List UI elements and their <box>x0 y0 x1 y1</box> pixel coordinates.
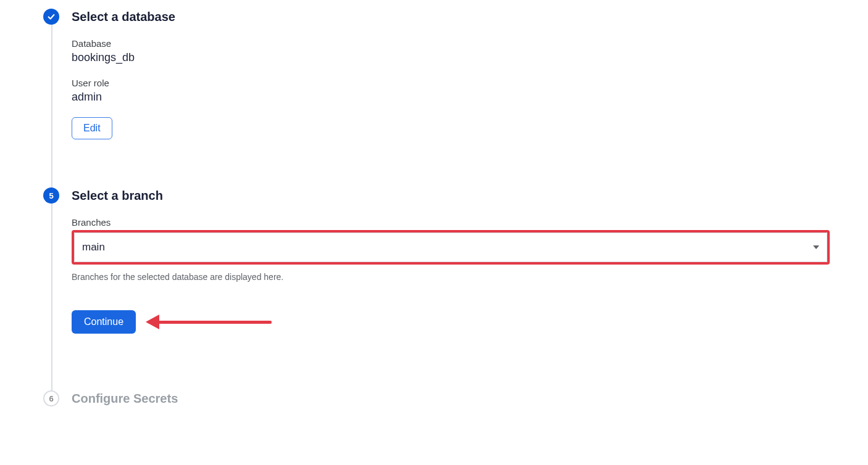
step-body-branch: Branches main Branches for the selected … <box>72 217 830 334</box>
check-icon <box>47 12 56 21</box>
step-select-database: Select a database Database bookings_db U… <box>43 9 830 139</box>
step-select-branch: 5 Select a branch Branches main Branches… <box>43 187 830 334</box>
step-badge-complete <box>43 9 59 25</box>
continue-row: Continue <box>72 310 830 334</box>
user-role-field-value: admin <box>72 91 830 104</box>
step-badge-active: 5 <box>43 187 59 204</box>
database-field-value: bookings_db <box>72 51 830 64</box>
step-title: Select a branch <box>72 187 830 204</box>
step-configure-secrets: 6 Configure Secrets <box>43 390 830 406</box>
stepper-wizard: Select a database Database bookings_db U… <box>43 9 830 406</box>
arrow-line <box>148 321 272 324</box>
step-body-database: Database bookings_db User role admin Edi… <box>72 38 830 139</box>
continue-button[interactable]: Continue <box>72 310 136 334</box>
branch-select[interactable]: main <box>74 232 827 262</box>
branches-field-label: Branches <box>72 217 830 228</box>
branch-select-highlight: main <box>72 230 830 265</box>
database-field-label: Database <box>72 38 830 49</box>
user-role-field-label: User role <box>72 78 830 88</box>
edit-button[interactable]: Edit <box>72 117 112 139</box>
step-badge-pending: 6 <box>43 390 59 406</box>
arrow-head-icon <box>146 315 159 329</box>
annotation-arrow <box>148 318 284 326</box>
step-title: Select a database <box>72 9 830 25</box>
step-title: Configure Secrets <box>72 390 830 406</box>
branches-helper-text: Branches for the selected database are d… <box>72 272 830 282</box>
branch-select-value: main <box>82 241 105 253</box>
chevron-down-icon <box>813 245 819 249</box>
